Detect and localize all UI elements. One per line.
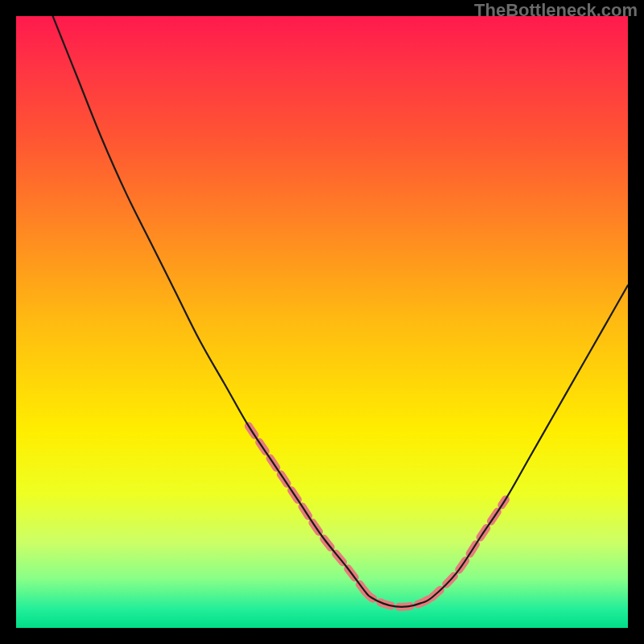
plot-area [16, 16, 628, 628]
chart-container: TheBottleneck.com [0, 0, 644, 644]
chart-svg [16, 16, 628, 628]
highlight-segment [249, 426, 365, 591]
highlight-segment [432, 499, 506, 597]
watermark-text: TheBottleneck.com [474, 0, 638, 21]
bottleneck-curve-path [53, 16, 628, 607]
highlight-group [249, 426, 506, 607]
